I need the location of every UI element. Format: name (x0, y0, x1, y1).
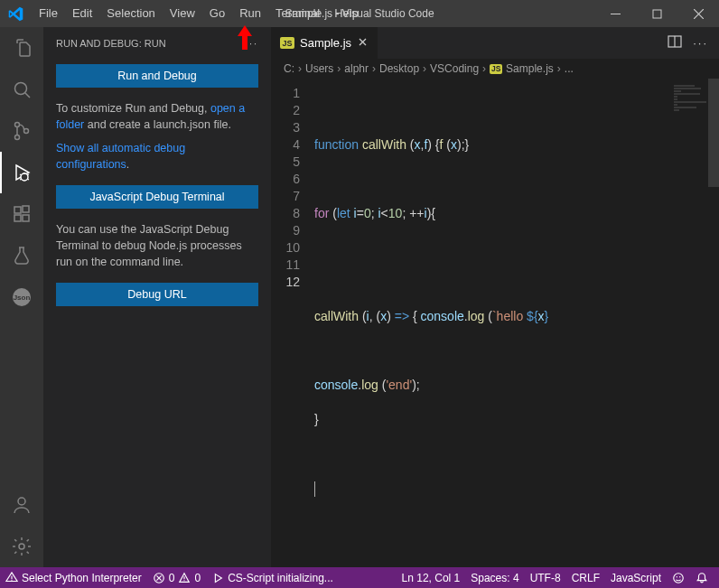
status-python-interpreter[interactable]: Select Python Interpreter (0, 567, 147, 588)
svg-point-14 (18, 498, 25, 505)
breadcrumb[interactable]: C:› Users› alphr› Desktop› VSCoding› JS … (271, 59, 719, 79)
status-cs-script[interactable]: CS-Script initializing... (206, 567, 339, 588)
svg-rect-11 (23, 206, 29, 212)
tab-close-icon[interactable] (357, 36, 369, 51)
breadcrumb-part[interactable]: Users (305, 62, 333, 75)
sidebar-title-text: RUN AND DEBUG: RUN (56, 38, 166, 49)
minimize-button[interactable] (594, 0, 636, 27)
svg-point-7 (21, 173, 28, 181)
svg-point-5 (15, 135, 20, 140)
svg-point-19 (11, 579, 12, 580)
status-feedback-icon[interactable] (667, 567, 690, 588)
maximize-button[interactable] (636, 0, 677, 27)
svg-point-6 (24, 129, 29, 134)
menu-view[interactable]: View (163, 0, 202, 27)
explorer-icon[interactable] (0, 27, 43, 69)
status-language[interactable]: JavaScript (605, 567, 667, 588)
code-content[interactable]: function callWith (x,f) {f (x);} for (le… (314, 79, 719, 567)
svg-point-25 (679, 575, 680, 576)
tab-bar: JS Sample.js ··· (271, 27, 719, 59)
breadcrumb-part[interactable]: C: (284, 62, 294, 75)
tab-sample-js[interactable]: JS Sample.js (271, 27, 378, 59)
vscode-logo (0, 6, 32, 22)
window-controls (594, 0, 719, 27)
svg-point-22 (184, 580, 185, 581)
run-debug-sidebar: RUN AND DEBUG: RUN ··· Run and Debug To … (43, 27, 271, 567)
status-bar: Select Python Interpreter 0 0 CS-Script … (0, 567, 719, 588)
json-icon[interactable]: Json (0, 276, 43, 318)
svg-point-3 (15, 83, 27, 95)
svg-text:Json: Json (14, 294, 31, 302)
status-eol[interactable]: CRLF (566, 567, 605, 588)
close-button[interactable] (677, 0, 719, 27)
extensions-icon[interactable] (0, 193, 43, 235)
activity-bar: Json (0, 27, 43, 567)
svg-point-24 (677, 575, 677, 576)
svg-rect-1 (653, 10, 661, 18)
breadcrumb-part[interactable]: alphr (344, 62, 369, 75)
svg-point-15 (19, 544, 24, 549)
testing-icon[interactable] (0, 235, 43, 276)
status-problems[interactable]: 0 0 (147, 567, 206, 588)
svg-point-4 (15, 123, 20, 127)
js-badge-icon: JS (280, 37, 294, 49)
breadcrumb-trail[interactable]: ... (565, 62, 574, 75)
debug-url-button[interactable]: Debug URL (56, 283, 258, 306)
editor-more-icon[interactable]: ··· (693, 36, 708, 50)
status-notifications-icon[interactable] (690, 567, 714, 588)
line-gutter: 1234 5678 9101112 (271, 79, 314, 567)
breadcrumb-file[interactable]: Sample.js (506, 62, 554, 75)
status-spaces[interactable]: Spaces: 4 (465, 567, 524, 588)
js-badge-icon: JS (490, 64, 502, 74)
window-title: Sample.js - Visual Studio Code (285, 7, 434, 20)
run-and-debug-button[interactable]: Run and Debug (56, 64, 258, 88)
js-use-text: You can use the JavaScript Debug Termina… (56, 221, 258, 270)
editor-area: JS Sample.js ··· C:› Users› alphr› Deskt… (271, 27, 719, 567)
settings-icon[interactable] (0, 526, 43, 567)
tab-label: Sample.js (300, 36, 351, 50)
code-editor[interactable]: 1234 5678 9101112 function callWith (x,f… (271, 79, 719, 567)
menu-run[interactable]: Run (232, 0, 268, 27)
title-bar: File Edit Selection View Go Run Terminal… (0, 0, 719, 27)
account-icon[interactable] (0, 484, 43, 526)
breadcrumb-part[interactable]: VSCoding (430, 62, 479, 75)
source-control-icon[interactable] (0, 110, 43, 152)
search-icon[interactable] (0, 69, 43, 110)
menu-selection[interactable]: Selection (99, 0, 162, 27)
svg-rect-10 (23, 215, 29, 221)
breadcrumb-part[interactable]: Desktop (379, 62, 419, 75)
menu-go[interactable]: Go (202, 0, 232, 27)
minimap[interactable] (674, 84, 708, 156)
js-debug-terminal-button[interactable]: JavaScript Debug Terminal (56, 185, 258, 209)
show-auto-link[interactable]: Show all automatic debug configurations (56, 142, 185, 171)
svg-rect-0 (611, 14, 621, 14)
run-debug-icon[interactable] (0, 152, 43, 193)
status-encoding[interactable]: UTF-8 (525, 567, 566, 588)
vertical-scrollbar[interactable] (708, 79, 719, 567)
split-editor-icon[interactable] (668, 34, 682, 51)
scrollbar-thumb[interactable] (708, 79, 719, 187)
menu-file[interactable]: File (32, 0, 65, 27)
customize-text: To customize Run and Debug, open a folde… (56, 100, 258, 133)
svg-rect-9 (14, 215, 21, 221)
svg-rect-8 (14, 207, 21, 213)
sidebar-more-icon[interactable]: ··· (245, 38, 258, 49)
show-auto-text: Show all automatic debug configurations. (56, 140, 258, 173)
menu-edit[interactable]: Edit (65, 0, 99, 27)
svg-point-23 (674, 573, 684, 583)
status-ln-col[interactable]: Ln 12, Col 1 (397, 567, 466, 588)
